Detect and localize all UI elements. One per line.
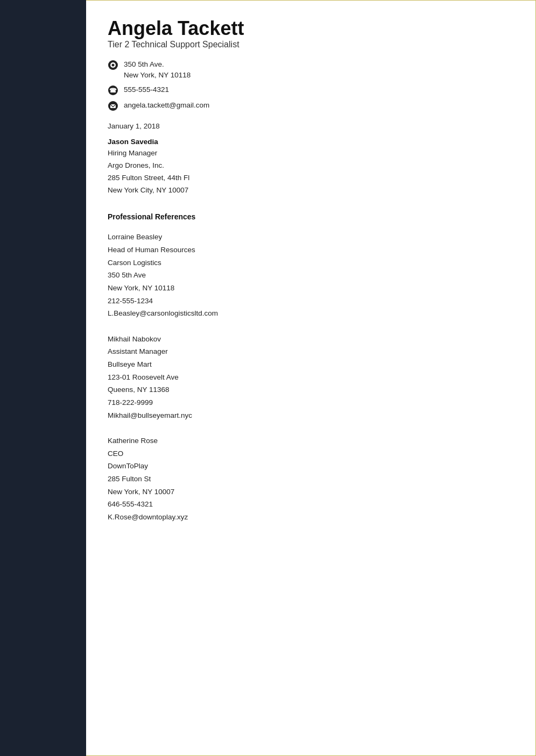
ref1-email: Mikhail@bullseyemart.nyc [108,409,514,422]
page-wrapper: Angela Tackett Tier 2 Technical Support … [0,0,536,756]
ref0-company: Carson Logistics [108,256,514,269]
main-content: Angela Tackett Tier 2 Technical Support … [86,0,536,756]
ref2-company: DownToPlay [108,460,514,473]
reference-item-0: Lorraine Beasley Head of Human Resources… [108,231,514,319]
recipient-address2: New York City, NY 10007 [108,184,514,197]
references-list: Lorraine Beasley Head of Human Resources… [108,231,514,523]
phone-icon: ☎ [108,85,119,97]
svg-text:☎: ☎ [109,87,117,94]
recipient-block: Jason Savedia Hiring Manager Argo Drones… [108,138,514,197]
ref2-address1: 285 Fulton St [108,473,514,486]
email-item: angela.tackett@gmail.com [108,100,514,112]
phone-text: 555-555-4321 [124,84,169,95]
sidebar [0,0,86,756]
ref1-company: Bullseye Mart [108,358,514,371]
address-text: 350 5th Ave. New York, NY 10118 [124,59,191,81]
section-heading: Professional References [108,212,514,221]
ref1-role: Assistant Manager [108,345,514,358]
ref2-email: K.Rose@downtoplay.xyz [108,511,514,524]
date-line: January 1, 2018 [108,122,514,130]
address-item: 350 5th Ave. New York, NY 10118 [108,59,514,81]
ref1-address1: 123-01 Roosevelt Ave [108,371,514,384]
contact-section: 350 5th Ave. New York, NY 10118 ☎ 555-55… [108,59,514,112]
ref2-address2: New York, NY 10007 [108,486,514,498]
ref2-name: Katherine Rose [108,434,514,447]
location-icon [108,60,119,72]
name-title-block: Angela Tackett Tier 2 Technical Support … [108,17,514,49]
ref2-role: CEO [108,447,514,460]
applicant-name: Angela Tackett [108,17,514,40]
ref0-name: Lorraine Beasley [108,231,514,244]
phone-item: ☎ 555-555-4321 [108,84,514,97]
ref1-phone: 718-222-9999 [108,396,514,409]
ref0-role: Head of Human Resources [108,244,514,256]
recipient-address1: 285 Fulton Street, 44th Fl [108,172,514,184]
ref0-phone: 212-555-1234 [108,295,514,308]
reference-item-2: Katherine Rose CEO DownToPlay 285 Fulton… [108,434,514,523]
ref1-address2: Queens, NY 11368 [108,383,514,396]
recipient-name: Jason Savedia [108,138,514,146]
email-icon [108,101,119,112]
ref2-phone: 646-555-4321 [108,498,514,511]
svg-point-2 [112,64,115,67]
recipient-role: Hiring Manager [108,147,514,160]
reference-item-1: Mikhail Nabokov Assistant Manager Bullse… [108,333,514,422]
recipient-company: Argo Drones, Inc. [108,160,514,172]
ref0-email: L.Beasley@carsonlogisticsltd.com [108,307,514,320]
applicant-title: Tier 2 Technical Support Specialist [108,40,514,49]
ref0-address2: New York, NY 10118 [108,282,514,295]
ref0-address1: 350 5th Ave [108,269,514,282]
email-text: angela.tackett@gmail.com [124,100,209,111]
ref1-name: Mikhail Nabokov [108,333,514,346]
